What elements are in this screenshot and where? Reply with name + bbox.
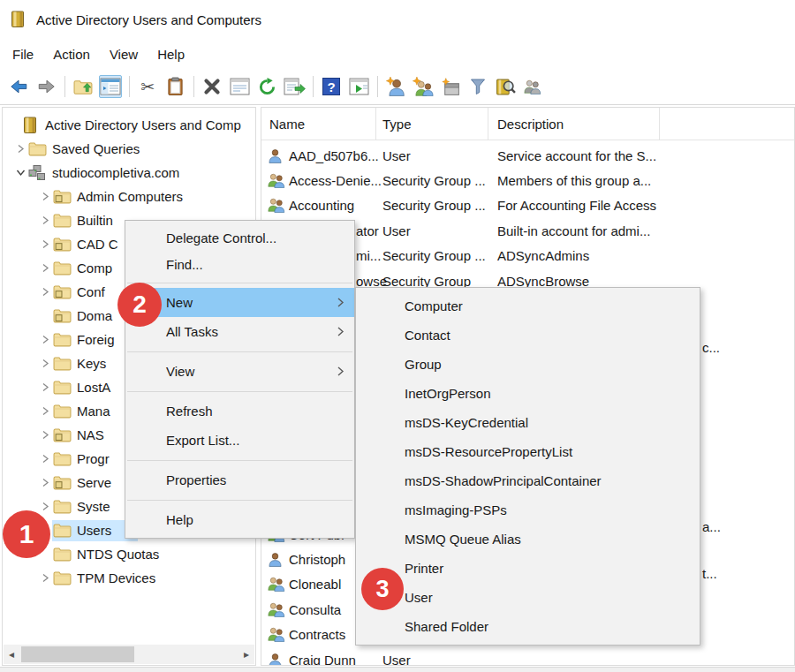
- chevron-right-icon[interactable]: [38, 215, 52, 225]
- find-directory-icon[interactable]: [494, 75, 517, 98]
- tree-item-inner: CAD C: [52, 234, 122, 255]
- dsa-advanced-icon[interactable]: [521, 75, 544, 98]
- menubar-item-help[interactable]: Help: [148, 42, 194, 67]
- horizontal-scrollbar[interactable]: ◂ ▸: [4, 645, 254, 664]
- menu-item-label: Export List...: [166, 433, 239, 448]
- context-menu-item-all-tasks[interactable]: All Tasks: [125, 317, 354, 346]
- menubar-item-file[interactable]: File: [3, 42, 43, 67]
- filter-icon[interactable]: [466, 75, 489, 98]
- chevron-right-icon[interactable]: [38, 239, 52, 249]
- forward-icon[interactable]: [34, 75, 57, 98]
- chevron-right-icon[interactable]: [38, 430, 52, 440]
- tree-item-inner: TPM Devices: [52, 568, 159, 589]
- tree-item-inner: Saved Queries: [27, 139, 143, 160]
- submenu-item-printer[interactable]: Printer: [356, 554, 700, 583]
- table-row[interactable]: Access-Denie...Security Group ...Members…: [261, 168, 794, 193]
- new-group-icon[interactable]: [412, 75, 435, 98]
- chevron-right-icon[interactable]: [38, 573, 52, 583]
- tree-item-saved-queries[interactable]: Saved Queries: [3, 137, 255, 161]
- paste-icon[interactable]: [163, 75, 186, 98]
- clipped-description-fragment: t...: [702, 566, 717, 581]
- show-description-icon[interactable]: [347, 75, 370, 98]
- chevron-right-icon[interactable]: [38, 382, 52, 392]
- tree-item-tpm-devices[interactable]: TPM Devices: [3, 566, 255, 590]
- submenu-item-contact[interactable]: Contact: [356, 321, 700, 350]
- submenu-item-shared-folder[interactable]: Shared Folder: [356, 612, 700, 641]
- cell-description: ADSyncAdmins: [488, 248, 660, 263]
- submenu-item-msds-resourcepropertylist[interactable]: msDS-ResourcePropertyList: [356, 437, 700, 466]
- table-row[interactable]: Craig DunnUser: [261, 647, 794, 666]
- scroll-left-button[interactable]: ◂: [4, 648, 19, 661]
- chevron-right-icon[interactable]: [38, 263, 52, 273]
- back-icon[interactable]: [7, 75, 30, 98]
- chevron-right-icon[interactable]: [38, 478, 52, 487]
- context-menu-item-export-list[interactable]: Export List...: [125, 426, 354, 455]
- delete-icon[interactable]: [201, 75, 223, 98]
- tree-item-label: Foreig: [77, 332, 115, 347]
- group-icon: [268, 173, 286, 188]
- tree-item-inner: Foreig: [52, 329, 118, 351]
- tree-item-inner: Progr: [52, 449, 113, 470]
- menubar-item-action[interactable]: Action: [43, 42, 100, 67]
- new-ou-icon[interactable]: [439, 75, 462, 98]
- menu-separator: [125, 495, 354, 505]
- chevron-right-icon[interactable]: [13, 144, 27, 154]
- folder-up-icon[interactable]: [72, 75, 95, 98]
- cell-type: Security Group ...: [376, 248, 488, 263]
- context-menu-item-refresh[interactable]: Refresh: [125, 396, 354, 426]
- export-list-icon[interactable]: [283, 75, 306, 98]
- context-menu-item-find[interactable]: Find...: [125, 251, 354, 277]
- submenu-item-msmq-queue-alias[interactable]: MSMQ Queue Alias: [356, 525, 700, 554]
- context-menu-item-delegate-control[interactable]: Delegate Control...: [125, 224, 354, 251]
- object-name: Contracts: [289, 627, 345, 642]
- tree-item-label: Syste: [77, 499, 110, 514]
- scrollbar-thumb[interactable]: [21, 646, 134, 662]
- menubar-item-view[interactable]: View: [100, 42, 148, 67]
- scroll-right-button[interactable]: ▸: [238, 648, 254, 661]
- submenu-item-computer[interactable]: Computer: [356, 291, 700, 321]
- chevron-right-icon[interactable]: [38, 454, 52, 464]
- console-tree-toggle-icon[interactable]: [99, 75, 122, 98]
- submenu-item-user[interactable]: User: [356, 583, 700, 612]
- chevron-right-icon[interactable]: [38, 287, 52, 297]
- chevron-right-icon[interactable]: [38, 359, 52, 368]
- cut-icon[interactable]: ✂: [136, 75, 159, 98]
- cell-name: Access-Denie...: [261, 173, 376, 188]
- column-header-type[interactable]: Type: [376, 108, 488, 140]
- context-menu-item-view[interactable]: View: [125, 357, 354, 386]
- submenu-item-msds-shadowprincipalcontainer[interactable]: msDS-ShadowPrincipalContainer: [356, 466, 700, 495]
- chevron-down-icon[interactable]: [13, 168, 27, 177]
- folder-icon: [28, 141, 47, 156]
- submenu-item-msds-keycredential[interactable]: msDS-KeyCredential: [356, 408, 700, 437]
- chevron-right-icon[interactable]: [38, 192, 52, 201]
- submenu-item-inetorgperson[interactable]: InetOrgPerson: [356, 379, 700, 408]
- group-icon: [268, 198, 286, 213]
- tree-item-active-directory-users-and-comp[interactable]: Active Directory Users and Comp: [3, 113, 255, 137]
- column-header-name[interactable]: Name: [261, 108, 376, 140]
- folder-ou-icon: [53, 475, 72, 490]
- properties-list-icon[interactable]: [228, 75, 251, 98]
- menu-item-label: Find...: [166, 257, 203, 272]
- table-row[interactable]: AAD_d507b6...UserService account for the…: [261, 143, 794, 168]
- new-user-icon[interactable]: [384, 75, 407, 98]
- refresh-icon[interactable]: [255, 75, 278, 98]
- chevron-right-icon[interactable]: [38, 335, 52, 344]
- toolbar-separator: [377, 76, 378, 97]
- menu-item-label: New: [166, 295, 193, 310]
- domain-icon: [28, 165, 47, 181]
- chevron-right-icon[interactable]: [38, 502, 52, 511]
- column-header-description[interactable]: Description: [488, 108, 660, 140]
- tree-item-admin-computers[interactable]: Admin Computers: [3, 185, 255, 208]
- submenu-item-group[interactable]: Group: [356, 350, 700, 379]
- menu-item-label: Properties: [166, 472, 226, 487]
- help-icon[interactable]: ?: [320, 75, 343, 98]
- toolbar-separator: [193, 76, 194, 97]
- tree-item-label: Mana: [77, 404, 110, 419]
- table-row[interactable]: AccountingSecurity Group ...For Accounti…: [261, 193, 794, 218]
- object-name: Accounting: [289, 198, 354, 213]
- submenu-item-msimaging-psps[interactable]: msImaging-PSPs: [356, 495, 700, 525]
- chevron-right-icon[interactable]: [38, 406, 52, 416]
- tree-item-studiocompletiva-com[interactable]: studiocompletiva.com: [3, 161, 255, 185]
- context-menu-item-properties[interactable]: Properties: [125, 465, 354, 495]
- context-menu-item-help[interactable]: Help: [125, 505, 354, 534]
